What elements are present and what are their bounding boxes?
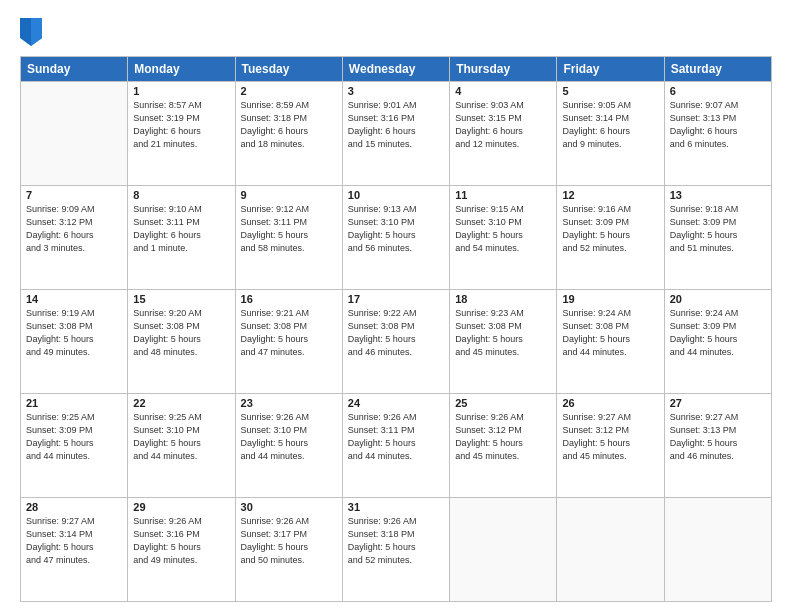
day-info: Sunrise: 9:21 AMSunset: 3:08 PMDaylight:… — [241, 307, 337, 359]
weekday-monday: Monday — [128, 57, 235, 82]
day-number: 12 — [562, 189, 658, 201]
calendar-cell: 2Sunrise: 8:59 AMSunset: 3:18 PMDaylight… — [235, 82, 342, 186]
calendar-cell: 31Sunrise: 9:26 AMSunset: 3:18 PMDayligh… — [342, 498, 449, 602]
day-number: 4 — [455, 85, 551, 97]
day-info: Sunrise: 9:26 AMSunset: 3:16 PMDaylight:… — [133, 515, 229, 567]
day-number: 23 — [241, 397, 337, 409]
day-info: Sunrise: 9:10 AMSunset: 3:11 PMDaylight:… — [133, 203, 229, 255]
day-info: Sunrise: 9:26 AMSunset: 3:12 PMDaylight:… — [455, 411, 551, 463]
day-number: 29 — [133, 501, 229, 513]
header — [20, 18, 772, 46]
calendar-cell: 29Sunrise: 9:26 AMSunset: 3:16 PMDayligh… — [128, 498, 235, 602]
weekday-thursday: Thursday — [450, 57, 557, 82]
day-number: 7 — [26, 189, 122, 201]
day-info: Sunrise: 8:59 AMSunset: 3:18 PMDaylight:… — [241, 99, 337, 151]
weekday-header-row: SundayMondayTuesdayWednesdayThursdayFrid… — [21, 57, 772, 82]
day-info: Sunrise: 9:13 AMSunset: 3:10 PMDaylight:… — [348, 203, 444, 255]
day-info: Sunrise: 9:27 AMSunset: 3:12 PMDaylight:… — [562, 411, 658, 463]
logo — [20, 18, 46, 46]
calendar-cell: 23Sunrise: 9:26 AMSunset: 3:10 PMDayligh… — [235, 394, 342, 498]
day-info: Sunrise: 9:25 AMSunset: 3:10 PMDaylight:… — [133, 411, 229, 463]
day-info: Sunrise: 9:27 AMSunset: 3:13 PMDaylight:… — [670, 411, 766, 463]
day-number: 6 — [670, 85, 766, 97]
day-number: 16 — [241, 293, 337, 305]
calendar-cell: 18Sunrise: 9:23 AMSunset: 3:08 PMDayligh… — [450, 290, 557, 394]
day-number: 19 — [562, 293, 658, 305]
day-info: Sunrise: 9:03 AMSunset: 3:15 PMDaylight:… — [455, 99, 551, 151]
week-row-4: 21Sunrise: 9:25 AMSunset: 3:09 PMDayligh… — [21, 394, 772, 498]
day-info: Sunrise: 9:24 AMSunset: 3:09 PMDaylight:… — [670, 307, 766, 359]
day-number: 17 — [348, 293, 444, 305]
day-number: 30 — [241, 501, 337, 513]
calendar-cell: 12Sunrise: 9:16 AMSunset: 3:09 PMDayligh… — [557, 186, 664, 290]
day-number: 11 — [455, 189, 551, 201]
calendar-cell: 16Sunrise: 9:21 AMSunset: 3:08 PMDayligh… — [235, 290, 342, 394]
calendar-cell: 27Sunrise: 9:27 AMSunset: 3:13 PMDayligh… — [664, 394, 771, 498]
week-row-2: 7Sunrise: 9:09 AMSunset: 3:12 PMDaylight… — [21, 186, 772, 290]
calendar-cell: 28Sunrise: 9:27 AMSunset: 3:14 PMDayligh… — [21, 498, 128, 602]
day-info: Sunrise: 9:15 AMSunset: 3:10 PMDaylight:… — [455, 203, 551, 255]
calendar-cell: 26Sunrise: 9:27 AMSunset: 3:12 PMDayligh… — [557, 394, 664, 498]
day-number: 14 — [26, 293, 122, 305]
week-row-3: 14Sunrise: 9:19 AMSunset: 3:08 PMDayligh… — [21, 290, 772, 394]
calendar-cell: 8Sunrise: 9:10 AMSunset: 3:11 PMDaylight… — [128, 186, 235, 290]
day-number: 22 — [133, 397, 229, 409]
day-info: Sunrise: 9:26 AMSunset: 3:18 PMDaylight:… — [348, 515, 444, 567]
calendar-cell: 7Sunrise: 9:09 AMSunset: 3:12 PMDaylight… — [21, 186, 128, 290]
day-number: 2 — [241, 85, 337, 97]
calendar-cell: 1Sunrise: 8:57 AMSunset: 3:19 PMDaylight… — [128, 82, 235, 186]
day-number: 18 — [455, 293, 551, 305]
logo-icon — [20, 18, 42, 46]
calendar-cell: 4Sunrise: 9:03 AMSunset: 3:15 PMDaylight… — [450, 82, 557, 186]
day-info: Sunrise: 9:01 AMSunset: 3:16 PMDaylight:… — [348, 99, 444, 151]
calendar-cell: 13Sunrise: 9:18 AMSunset: 3:09 PMDayligh… — [664, 186, 771, 290]
day-info: Sunrise: 9:05 AMSunset: 3:14 PMDaylight:… — [562, 99, 658, 151]
day-number: 27 — [670, 397, 766, 409]
calendar-cell: 19Sunrise: 9:24 AMSunset: 3:08 PMDayligh… — [557, 290, 664, 394]
day-number: 24 — [348, 397, 444, 409]
calendar-cell — [21, 82, 128, 186]
calendar-cell: 9Sunrise: 9:12 AMSunset: 3:11 PMDaylight… — [235, 186, 342, 290]
calendar-cell: 14Sunrise: 9:19 AMSunset: 3:08 PMDayligh… — [21, 290, 128, 394]
day-info: Sunrise: 9:24 AMSunset: 3:08 PMDaylight:… — [562, 307, 658, 359]
day-info: Sunrise: 9:25 AMSunset: 3:09 PMDaylight:… — [26, 411, 122, 463]
day-info: Sunrise: 9:23 AMSunset: 3:08 PMDaylight:… — [455, 307, 551, 359]
day-number: 3 — [348, 85, 444, 97]
day-number: 1 — [133, 85, 229, 97]
calendar-cell — [557, 498, 664, 602]
calendar-cell — [450, 498, 557, 602]
day-info: Sunrise: 9:26 AMSunset: 3:10 PMDaylight:… — [241, 411, 337, 463]
day-number: 31 — [348, 501, 444, 513]
weekday-tuesday: Tuesday — [235, 57, 342, 82]
weekday-sunday: Sunday — [21, 57, 128, 82]
calendar-cell: 20Sunrise: 9:24 AMSunset: 3:09 PMDayligh… — [664, 290, 771, 394]
day-number: 25 — [455, 397, 551, 409]
day-info: Sunrise: 9:27 AMSunset: 3:14 PMDaylight:… — [26, 515, 122, 567]
calendar-cell: 5Sunrise: 9:05 AMSunset: 3:14 PMDaylight… — [557, 82, 664, 186]
day-number: 28 — [26, 501, 122, 513]
day-number: 5 — [562, 85, 658, 97]
day-info: Sunrise: 9:09 AMSunset: 3:12 PMDaylight:… — [26, 203, 122, 255]
calendar-cell: 22Sunrise: 9:25 AMSunset: 3:10 PMDayligh… — [128, 394, 235, 498]
weekday-saturday: Saturday — [664, 57, 771, 82]
calendar-cell: 15Sunrise: 9:20 AMSunset: 3:08 PMDayligh… — [128, 290, 235, 394]
day-number: 8 — [133, 189, 229, 201]
day-number: 9 — [241, 189, 337, 201]
calendar-cell: 24Sunrise: 9:26 AMSunset: 3:11 PMDayligh… — [342, 394, 449, 498]
day-info: Sunrise: 9:16 AMSunset: 3:09 PMDaylight:… — [562, 203, 658, 255]
day-info: Sunrise: 9:26 AMSunset: 3:17 PMDaylight:… — [241, 515, 337, 567]
day-info: Sunrise: 9:07 AMSunset: 3:13 PMDaylight:… — [670, 99, 766, 151]
calendar-cell: 6Sunrise: 9:07 AMSunset: 3:13 PMDaylight… — [664, 82, 771, 186]
day-info: Sunrise: 9:22 AMSunset: 3:08 PMDaylight:… — [348, 307, 444, 359]
day-number: 21 — [26, 397, 122, 409]
day-number: 10 — [348, 189, 444, 201]
calendar-table: SundayMondayTuesdayWednesdayThursdayFrid… — [20, 56, 772, 602]
day-number: 15 — [133, 293, 229, 305]
day-number: 13 — [670, 189, 766, 201]
week-row-5: 28Sunrise: 9:27 AMSunset: 3:14 PMDayligh… — [21, 498, 772, 602]
day-info: Sunrise: 9:19 AMSunset: 3:08 PMDaylight:… — [26, 307, 122, 359]
calendar-cell: 3Sunrise: 9:01 AMSunset: 3:16 PMDaylight… — [342, 82, 449, 186]
day-info: Sunrise: 9:20 AMSunset: 3:08 PMDaylight:… — [133, 307, 229, 359]
calendar-cell: 17Sunrise: 9:22 AMSunset: 3:08 PMDayligh… — [342, 290, 449, 394]
svg-marker-1 — [31, 18, 42, 46]
